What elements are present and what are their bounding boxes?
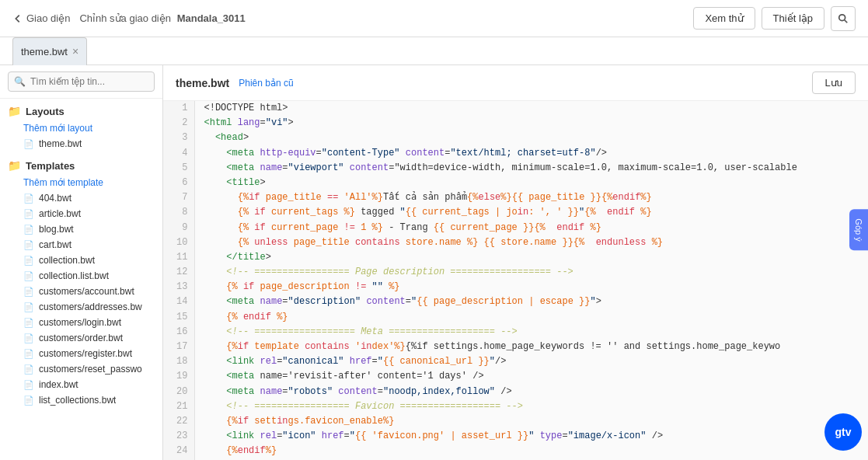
line-code[interactable]: <title> (194, 176, 868, 190)
line-number: 10 (163, 235, 194, 250)
line-code[interactable]: <meta name="viewport" content="width=dev… (194, 161, 868, 176)
line-number: 2 (163, 116, 194, 131)
table-row: 23 <link rel="icon" href="{{ 'favicon.pn… (163, 429, 868, 444)
line-number: 22 (163, 414, 194, 429)
editor-area: theme.bwt Phiên bản cũ Lưu 1<!DOCTYPE ht… (163, 65, 868, 460)
back-button[interactable]: Giao diện (12, 12, 70, 24)
line-code[interactable]: </title> (194, 250, 868, 265)
line-number: 11 (163, 250, 194, 265)
line-number: 12 (163, 265, 194, 280)
line-number: 24 (163, 444, 194, 458)
list-item[interactable]: 📄article.bwt (8, 206, 155, 221)
list-item[interactable]: 📄404.bwt (8, 190, 155, 206)
line-number: 4 (163, 146, 194, 161)
topbar-title: Chỉnh sửa giao diện Mandala_3011 (79, 12, 245, 24)
sidebar-search-area: 🔍 (0, 65, 162, 99)
table-row: 3 <head> (163, 131, 868, 145)
list-item[interactable]: 📄cart.bwt (8, 237, 155, 253)
list-item[interactable]: 📄customers/addresses.bw (8, 299, 155, 315)
tab-theme-bwt[interactable]: theme.bwt × (12, 37, 87, 65)
line-code[interactable]: <meta name="robots" content="noodp,index… (194, 385, 868, 399)
add-template-link[interactable]: Thêm mới template (8, 175, 155, 190)
line-number: 15 (163, 310, 194, 325)
list-item[interactable]: 📄customers/account.bwt (8, 284, 155, 299)
line-code[interactable]: <head> (194, 131, 868, 145)
table-row: 9 {% if current_page != 1 %} - Trang {{ … (163, 221, 868, 235)
table-row: 19 <meta name='revisit-after' content='1… (163, 369, 868, 384)
table-row: 16 <!-- ================== Meta ========… (163, 325, 868, 340)
line-code[interactable]: {% if current_page != 1 %} - Trang {{ cu… (194, 221, 868, 235)
line-code[interactable]: <!-- ================= Favicon =========… (194, 399, 868, 414)
list-item[interactable]: 📄blog.bwt (8, 221, 155, 237)
line-code[interactable]: {%if page_title == 'All'%}Tất cả sản phẩ… (194, 190, 868, 205)
topbar-actions: Xem thử Thiết lập (693, 6, 856, 31)
line-number: 7 (163, 190, 194, 205)
line-number: 16 (163, 325, 194, 340)
file-icon: 📄 (23, 287, 34, 297)
tabs-bar: theme.bwt × (0, 37, 868, 65)
list-item[interactable]: 📄customers/register.bwt (8, 346, 155, 361)
tab-label: theme.bwt (21, 46, 68, 57)
list-item[interactable]: 📄customers/login.bwt (8, 315, 155, 330)
line-code[interactable]: {% endif %} (194, 310, 868, 325)
editor-filename: theme.bwt (176, 77, 229, 89)
file-icon: 📄 (23, 364, 34, 375)
table-row: 14 <meta name="description" content="{{ … (163, 294, 868, 309)
save-button[interactable]: Lưu (812, 71, 856, 94)
layouts-header[interactable]: 📁 Layouts (8, 105, 155, 117)
table-row: 20 <meta name="robots" content="noodp,in… (163, 385, 868, 399)
line-code[interactable]: {%if template contains 'index'%}{%if set… (194, 340, 868, 354)
list-item[interactable]: 📄customers/order.bwt (8, 330, 155, 346)
file-icon: 📄 (23, 209, 34, 219)
line-code[interactable]: <meta name='revisit-after' content='1 da… (194, 369, 868, 384)
main-layout: 🔍 📁 Layouts Thêm mới layout 📄 theme.bwt … (0, 65, 868, 460)
sidebar: 🔍 📁 Layouts Thêm mới layout 📄 theme.bwt … (0, 65, 163, 460)
line-code[interactable]: <!-- ================= Page description … (194, 265, 868, 280)
search-input[interactable] (8, 71, 155, 92)
settings-button[interactable]: Thiết lập (762, 7, 824, 30)
line-number: 3 (163, 131, 194, 145)
line-code[interactable]: <meta name="description" content="{{ pag… (194, 294, 868, 309)
table-row: 13 {% if page_description != "" %} (163, 280, 868, 294)
line-code[interactable]: {% unless page_title contains store.name… (194, 235, 868, 250)
line-code[interactable]: {% if page_description != "" %} (194, 280, 868, 294)
line-number: 21 (163, 399, 194, 414)
line-number: 8 (163, 205, 194, 220)
close-tab-icon[interactable]: × (72, 45, 78, 57)
file-icon: 📄 (23, 302, 34, 312)
templates-header[interactable]: 📁 Templates (8, 159, 155, 172)
code-editor[interactable]: 1<!DOCTYPE html>2<html lang="vi">3 <head… (163, 101, 868, 460)
sidebar-file-theme-bwt[interactable]: 📄 theme.bwt (8, 136, 155, 152)
table-row: 10 {% unless page_title contains store.n… (163, 235, 868, 250)
folder-icon: 📁 (8, 105, 21, 117)
version-link[interactable]: Phiên bản cũ (239, 78, 293, 89)
table-row: 8 {% if current_tags %} tagged "{{ curre… (163, 205, 868, 220)
line-code[interactable]: <link rel="icon" href="{{ 'favicon.png' … (194, 429, 868, 444)
line-code[interactable]: {%endif%} (194, 444, 868, 458)
templates-section: 📁 Templates Thêm mới template 📄404.bwt 📄… (0, 153, 162, 409)
line-code[interactable]: <!DOCTYPE html> (194, 101, 868, 116)
line-number: 23 (163, 429, 194, 444)
list-item[interactable]: 📄collection.bwt (8, 253, 155, 268)
file-icon: 📄 (23, 333, 34, 343)
table-row: 2<html lang="vi"> (163, 116, 868, 131)
line-code[interactable]: <!-- ================== Meta ===========… (194, 325, 868, 340)
line-code[interactable]: <meta http-equiv="content-Type" content=… (194, 146, 868, 161)
table-row: 24 {%endif%} (163, 444, 868, 458)
list-item[interactable]: 📄list_collections.bwt (8, 392, 155, 408)
list-item[interactable]: 📄customers/reset_passwo (8, 361, 155, 377)
table-row: 5 <meta name="viewport" content="width=d… (163, 161, 868, 176)
table-row: 22 {%if settings.favicon_enable%} (163, 414, 868, 429)
file-icon: 📄 (23, 271, 34, 281)
feedback-tab[interactable]: Góp ý (849, 209, 868, 250)
list-item[interactable]: 📄index.bwt (8, 377, 155, 392)
search-button[interactable] (831, 6, 856, 31)
line-code[interactable]: <html lang="vi"> (194, 116, 868, 131)
preview-button[interactable]: Xem thử (693, 7, 755, 30)
add-layout-link[interactable]: Thêm mới layout (8, 120, 155, 136)
line-code[interactable]: {%if settings.favicon_enable%} (194, 414, 868, 429)
line-code[interactable]: <link rel="canonical" href="{{ canonical… (194, 354, 868, 369)
list-item[interactable]: 📄collection.list.bwt (8, 268, 155, 284)
line-code[interactable]: {% if current_tags %} tagged "{{ current… (194, 205, 868, 220)
file-icon: 📄 (23, 225, 34, 235)
